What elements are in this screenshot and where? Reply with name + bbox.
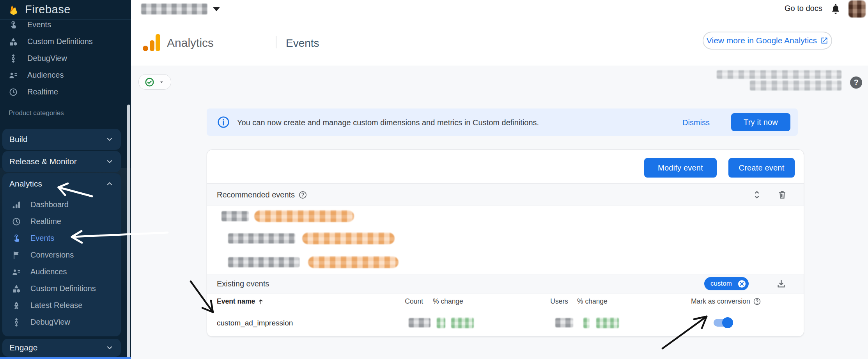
sidebar-item-events-active[interactable]: Events bbox=[0, 230, 127, 247]
sidebar-item-debugview[interactable]: DebugView bbox=[0, 314, 127, 331]
sidebar-item-debugview-top[interactable]: DebugView bbox=[0, 50, 127, 67]
sidebar-item-label: Realtime bbox=[27, 87, 58, 96]
notifications-bell-icon[interactable] bbox=[830, 3, 841, 15]
column-label: Mark as conversion bbox=[691, 297, 750, 306]
sidebar-item-dashboard[interactable]: Dashboard bbox=[0, 196, 127, 213]
view-more-label: View more in Google Analytics bbox=[707, 36, 817, 45]
chip-label: custom bbox=[710, 280, 732, 288]
firebase-console: Firebase Events Custom Definitions Debug… bbox=[0, 0, 868, 359]
flag-icon bbox=[12, 251, 21, 260]
section-label: Release & Monitor bbox=[9, 157, 77, 166]
caret-down-icon bbox=[213, 7, 220, 11]
sort-rows-icon[interactable] bbox=[752, 190, 762, 200]
clock-icon bbox=[9, 87, 18, 97]
sidebar-item-label: Events bbox=[27, 20, 51, 29]
sidebar-item-label: DebugView bbox=[27, 54, 67, 63]
firebase-logo-icon bbox=[8, 4, 19, 16]
banner-message: You can now create and manage custom dim… bbox=[237, 118, 539, 127]
redacted-text-line1 bbox=[717, 70, 841, 79]
google-analytics-logo-icon bbox=[142, 34, 160, 52]
sidebar-item-audiences[interactable]: Audiences bbox=[0, 263, 127, 280]
column-header-mark-as-conversion: Mark as conversion bbox=[691, 297, 761, 306]
redacted-count-value bbox=[409, 318, 430, 327]
chevron-down-icon bbox=[105, 343, 114, 352]
recommended-events-band: Recommended events bbox=[207, 183, 804, 206]
mark-as-conversion-toggle-knob[interactable] bbox=[722, 317, 733, 328]
go-to-docs-link[interactable]: Go to docs bbox=[785, 4, 822, 13]
sidebar-item-realtime-top[interactable]: Realtime bbox=[0, 84, 127, 100]
sidebar-item-label: Dashboard bbox=[30, 200, 69, 209]
brand-name: Firebase bbox=[25, 3, 71, 16]
touch-icon bbox=[12, 234, 21, 243]
chip-caret-icon bbox=[158, 79, 165, 85]
sidebar-item-label: Custom Definitions bbox=[27, 37, 93, 46]
recommended-row-3 bbox=[207, 250, 804, 274]
redacted-event-name bbox=[228, 257, 299, 267]
status-filter-chip[interactable] bbox=[138, 74, 171, 90]
sidebar-item-events-top[interactable]: Events bbox=[0, 16, 127, 33]
redacted-change-indicator bbox=[437, 318, 445, 328]
help-outline-icon[interactable] bbox=[298, 190, 307, 199]
product-categories-label: Product categories bbox=[9, 109, 64, 117]
redacted-change-value bbox=[451, 318, 474, 328]
redacted-event-name bbox=[221, 211, 249, 221]
sidebar-item-custom-definitions[interactable]: Custom Definitions bbox=[0, 280, 127, 297]
event-name-cell: custom_ad_impression bbox=[217, 319, 293, 327]
redacted-event-description bbox=[254, 210, 354, 222]
sidebar-section-release-monitor[interactable]: Release & Monitor bbox=[2, 151, 121, 172]
column-header-pct-change[interactable]: % change bbox=[433, 297, 463, 306]
chip-remove-icon[interactable] bbox=[737, 279, 746, 288]
sidebar-item-custom-definitions-top[interactable]: Custom Definitions bbox=[0, 33, 127, 50]
audiences-icon bbox=[12, 267, 21, 277]
modify-event-button[interactable]: Modify event bbox=[644, 158, 717, 178]
chevron-down-icon bbox=[105, 157, 114, 166]
shapes-icon bbox=[9, 37, 18, 46]
recommended-row-2 bbox=[207, 226, 804, 251]
sidebar-item-conversions[interactable]: Conversions bbox=[0, 247, 127, 263]
sidebar: Firebase Events Custom Definitions Debug… bbox=[0, 0, 131, 359]
sidebar-item-label: Audiences bbox=[27, 71, 64, 80]
delete-icon[interactable] bbox=[777, 190, 787, 200]
shapes-icon bbox=[12, 284, 21, 293]
info-icon bbox=[217, 116, 230, 129]
topbar bbox=[131, 0, 868, 18]
column-header-users-pct-change[interactable]: % change bbox=[577, 297, 608, 306]
column-header-count[interactable]: Count bbox=[390, 297, 423, 306]
debug-icon bbox=[12, 318, 21, 327]
sidebar-item-label: DebugView bbox=[30, 318, 70, 327]
try-it-now-button[interactable]: Try it now bbox=[731, 113, 790, 131]
rocket-icon bbox=[12, 301, 21, 310]
sidebar-bottom-accent bbox=[0, 357, 131, 359]
sidebar-section-engage[interactable]: Engage bbox=[2, 339, 121, 357]
sidebar-item-realtime[interactable]: Realtime bbox=[0, 213, 127, 230]
section-label: Analytics bbox=[9, 179, 42, 188]
header-divider bbox=[276, 36, 276, 48]
sidebar-section-build[interactable]: Build bbox=[2, 129, 121, 150]
column-header-event-name[interactable]: Event name bbox=[217, 297, 264, 306]
help-outline-icon[interactable] bbox=[753, 297, 761, 306]
audiences-icon bbox=[9, 71, 18, 80]
sidebar-section-analytics[interactable]: Analytics bbox=[2, 173, 121, 194]
check-circle-icon bbox=[145, 77, 154, 87]
dismiss-button[interactable]: Dismiss bbox=[682, 118, 710, 127]
debug-icon bbox=[9, 54, 18, 63]
download-icon[interactable] bbox=[776, 279, 787, 289]
sidebar-item-audiences-top[interactable]: Audiences bbox=[0, 67, 127, 84]
sidebar-scrollbar[interactable] bbox=[127, 105, 130, 359]
view-more-google-analytics-button[interactable]: View more in Google Analytics bbox=[703, 32, 832, 50]
help-button[interactable]: ? bbox=[850, 76, 862, 89]
custom-filter-chip[interactable]: custom bbox=[704, 277, 749, 290]
sidebar-item-label: Realtime bbox=[30, 217, 61, 226]
project-selector[interactable] bbox=[141, 4, 220, 14]
sidebar-item-label: Audiences bbox=[30, 267, 67, 276]
redacted-event-name bbox=[228, 233, 295, 243]
section-label: Engage bbox=[9, 343, 37, 352]
create-event-button[interactable]: Create event bbox=[728, 158, 795, 178]
bar-chart-icon bbox=[12, 200, 21, 210]
sidebar-item-latest-release[interactable]: Latest Release bbox=[0, 297, 127, 314]
avatar[interactable] bbox=[849, 0, 866, 18]
column-label: Event name bbox=[217, 297, 255, 306]
column-header-users[interactable]: Users bbox=[542, 297, 568, 306]
recommended-row-1 bbox=[207, 206, 804, 227]
redacted-event-description bbox=[302, 233, 395, 244]
